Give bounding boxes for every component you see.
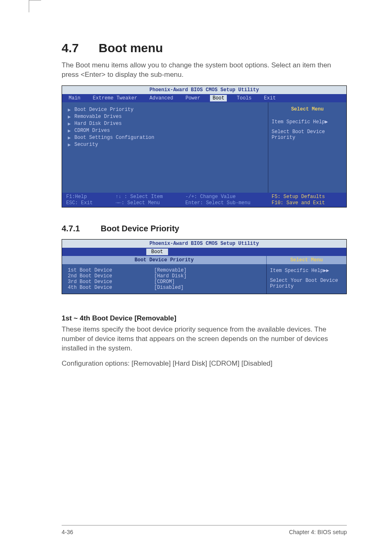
key-hint: F5: Setup Defaults [272,194,342,200]
torn-edge-decoration [62,297,347,298]
tab-tools[interactable]: Tools [234,95,254,101]
bios-menu-list: ▶Boot Device Priority ▶Removable Drives … [62,102,268,193]
triangle-icon: ▶ [68,128,72,134]
menu-item-label: Removable Drives [74,114,122,120]
menu-item[interactable]: ▶CDROM Drives [68,127,262,134]
section-number: 4.7 [62,41,99,55]
menu-item-label: Hard Disk Drives [74,121,122,127]
field-value: [Disabled] [154,285,184,290]
menu-item[interactable]: ▶Removable Drives [68,113,262,120]
menu-item-label: Security [74,142,98,148]
field-label: 3rd Boot Device [68,279,154,285]
help-text: Item Specific Help▶ [272,119,343,125]
field-label: 1st Boot Device [68,267,154,273]
list-item[interactable]: 2nd Boot Device[Hard Disk] [68,273,261,279]
bios-title: Phoenix-Award BIOS CMOS Setup Utility [62,240,346,248]
menu-item[interactable]: ▶Boot Settings Configuration [68,134,262,141]
field-value: [Removable] [154,267,187,273]
list-item[interactable]: 4th Boot Device[Disabled] [68,285,261,290]
page-footer: 4-36 Chapter 4: BIOS setup [62,525,347,535]
menu-item-label: Boot Device Priority [74,107,134,113]
section-heading: 4.7Boot menu [62,41,347,55]
bios-screenshot-boot-menu: Phoenix-Award BIOS CMOS Setup Utility Ma… [62,85,347,207]
triangle-icon: ▶ [68,114,72,120]
triangle-icon: ▶ [325,119,328,125]
tab-exit[interactable]: Exit [261,95,278,101]
key-hint: ESC: Exit [66,200,115,206]
boot-device-list: 1st Boot Device[Removable] 2nd Boot Devi… [62,264,266,294]
tab-power[interactable]: Power [183,95,203,101]
menu-item-label: CDROM Drives [74,128,110,134]
tab-boot[interactable]: Boot [146,249,168,255]
tab-main[interactable]: Main [66,95,83,101]
bios-menubar: Boot [62,248,346,256]
tab-advanced[interactable]: Advanced [147,95,176,101]
subsection-heading: 4.7.1Boot Device Priority [62,224,347,233]
tab-extreme-tweaker[interactable]: Extreme Tweaker [90,95,140,101]
bios-title: Phoenix-Award BIOS CMOS Setup Utility [62,86,346,94]
triangle-icon: ▶ [68,107,72,113]
help-text: Select Your Boot Device Priority [270,278,343,289]
triangle-icon: ▶ [68,142,72,148]
paragraph-body: Configuration options: [Removable] [Hard… [62,359,347,369]
list-item[interactable]: 3rd Boot Device[CDROM] [68,279,261,285]
field-label: 2nd Boot Device [68,273,154,279]
bios-key-legend: F1:Help ESC: Exit ↑↓ : Select Item →←: S… [62,193,346,207]
bios-menubar: Main Extreme Tweaker Advanced Power Boot… [62,94,346,102]
key-hint: Enter: Select Sub-menu [185,200,272,206]
key-hint: F10: Save and Exit [272,200,342,206]
bios-screenshot-boot-priority: Phoenix-Award BIOS CMOS Setup Utility Bo… [62,239,347,294]
field-value: [CDROM] [154,279,175,285]
help-text: Select Boot Device Priority [272,129,343,141]
key-hint: →←: Select Menu [115,200,185,206]
key-hint: F1:Help [66,194,115,200]
help-panel-title: Select Menu [266,256,346,264]
bios-help-panel: Item Specific Help▶▶ Select Your Boot De… [266,264,346,294]
page-number: 4-36 [62,529,73,535]
paragraph-body: These items specify the boot device prio… [62,325,347,353]
subsection-title: Boot Device Priority [101,224,179,233]
list-item[interactable]: 1st Boot Device[Removable] [68,267,261,273]
section-intro: The Boot menu items allow you to change … [62,61,347,80]
triangle-icon: ▶ [68,121,72,127]
field-label: 4th Boot Device [68,285,154,290]
menu-item-label: Boot Settings Configuration [74,135,154,141]
paragraph-heading: 1st ~ 4th Boot Device [Removable] [62,314,347,323]
menu-item[interactable]: ▶Boot Device Priority [68,106,262,113]
help-text: Item Specific Help▶▶ [270,267,343,274]
section-title: Boot menu [99,41,163,55]
panel-title: Boot Device Priority [62,256,266,264]
chapter-label: Chapter 4: BIOS setup [289,529,347,535]
double-triangle-icon: ▶▶ [323,268,329,274]
field-value: [Hard Disk] [154,273,187,279]
subsection-number: 4.7.1 [62,224,101,233]
help-panel-title: Select Menu [272,106,343,112]
key-hint: -/+: Change Value [185,194,272,200]
triangle-icon: ▶ [68,135,72,141]
bios-help-panel: Select Menu Item Specific Help▶ Select B… [268,102,346,193]
tab-boot[interactable]: Boot [210,95,227,101]
menu-item[interactable]: ▶Hard Disk Drives [68,120,262,127]
key-hint: ↑↓ : Select Item [115,194,185,200]
menu-item[interactable]: ▶Security [68,141,262,148]
